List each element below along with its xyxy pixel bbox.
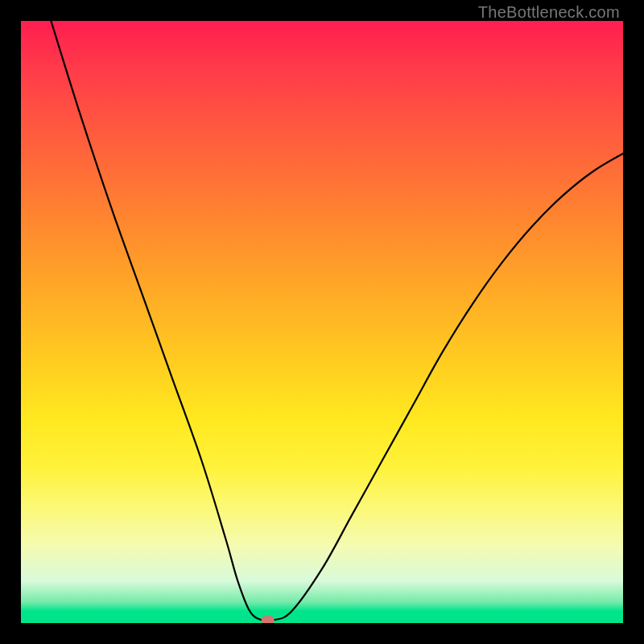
- curve-svg: [21, 21, 623, 623]
- minimum-marker: [262, 616, 275, 623]
- plot-area: [21, 21, 623, 623]
- chart-frame: TheBottleneck.com: [0, 0, 644, 644]
- curve-line: [51, 21, 623, 621]
- watermark-text: TheBottleneck.com: [478, 3, 620, 22]
